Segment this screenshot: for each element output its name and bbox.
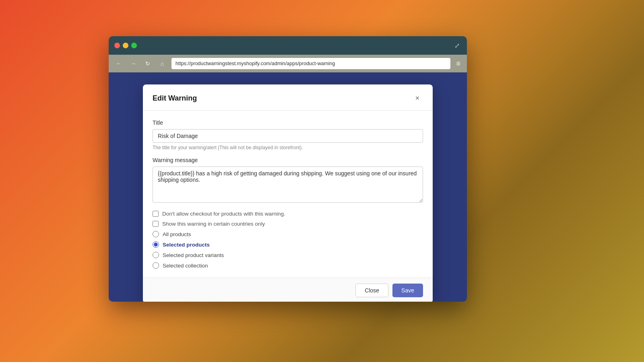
modal-title: Edit Warning [153,94,197,103]
back-icon: ← [116,60,122,67]
message-field-group: Warning message [153,157,423,204]
certain-countries-label-text: Show this warning in certain countries o… [162,221,265,227]
modal-dialog: Edit Warning × Title The title for your … [143,84,433,302]
expand-button[interactable]: ⤢ [452,41,461,50]
traffic-light-green[interactable] [131,43,137,48]
selected-collection-label-text: Selected collection [163,263,208,269]
home-icon: ⌂ [161,60,164,67]
refresh-button[interactable]: ↻ [142,58,153,69]
title-hint: The title for your warning/alert (This w… [153,145,423,150]
certain-countries-checkbox-label[interactable]: Show this warning in certain countries o… [153,221,423,227]
traffic-light-red[interactable] [114,43,120,48]
no-checkout-label-text: Don't allow checkout for products with t… [162,211,285,217]
title-field-group: Title The title for your warning/alert (… [153,119,423,150]
selected-variants-radio[interactable] [153,252,159,258]
modal-close-button[interactable]: × [412,93,423,104]
title-label: Title [153,119,423,126]
save-button[interactable]: Save [392,284,423,297]
traffic-light-yellow[interactable] [123,43,128,48]
forward-button[interactable]: → [128,58,138,69]
title-bar: ⤢ [109,36,467,55]
title-input[interactable] [153,129,423,143]
message-label: Warning message [153,157,423,163]
menu-icon: ≡ [456,60,460,68]
all-products-label-text: All products [163,231,191,237]
expand-icon: ⤢ [454,42,460,49]
refresh-icon: ↻ [145,60,150,67]
close-icon: × [415,94,420,103]
selected-products-radio-label[interactable]: Selected products [153,241,423,248]
modal-body: Title The title for your warning/alert (… [143,111,433,278]
menu-button[interactable]: ≡ [454,58,462,70]
modal-header: Edit Warning × [143,84,433,111]
no-checkout-checkbox-label[interactable]: Don't allow checkout for products with t… [153,211,423,217]
no-checkout-checkbox[interactable] [153,211,159,217]
checkbox-group: Don't allow checkout for products with t… [153,211,423,227]
forward-icon: → [130,60,136,67]
selected-variants-radio-label[interactable]: Selected product variants [153,252,423,258]
browser-window: ⤢ ← → ↻ ⌂ ≡ Edit Warning [109,36,467,302]
selected-collection-radio-label[interactable]: Selected collection [153,262,423,269]
selected-products-radio[interactable] [153,241,159,248]
all-products-radio[interactable] [153,231,159,237]
selected-variants-label-text: Selected product variants [163,252,224,258]
modal-footer: Close Save [143,278,433,302]
traffic-lights [114,43,137,48]
selected-collection-radio[interactable] [153,262,159,269]
certain-countries-checkbox[interactable] [153,221,159,227]
back-button[interactable]: ← [114,58,124,69]
message-textarea[interactable] [153,167,423,203]
page-content: Edit Warning × Title The title for your … [109,72,467,302]
modal-overlay: Edit Warning × Title The title for your … [109,80,467,302]
address-input[interactable] [171,58,450,69]
home-button[interactable]: ⌂ [157,58,167,69]
address-bar: ← → ↻ ⌂ ≡ [109,55,467,72]
all-products-radio-label[interactable]: All products [153,231,423,237]
product-scope-radio-group: All products Selected products Selected … [153,231,423,269]
selected-products-label-text: Selected products [163,242,210,248]
close-button[interactable]: Close [355,284,388,297]
